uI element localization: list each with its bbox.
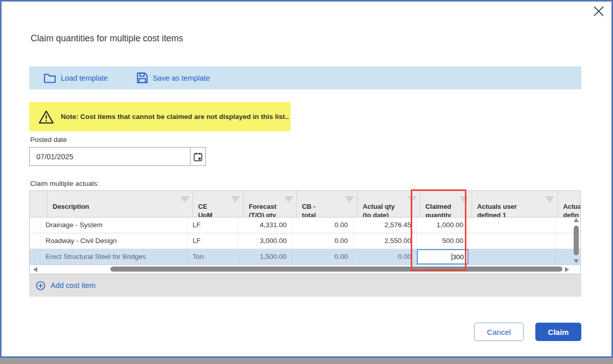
table-row[interactable]: Roadway - Civil Design LF 3,000.00 0.00 … [30,233,580,249]
cell-uom[interactable]: LF [187,217,239,233]
grid-header-row: Description CE UoM Forecast (T/O) qty CB… [30,191,580,217]
posted-date-label: Posted date [30,136,67,143]
text-caret [452,253,453,261]
save-as-template-button[interactable]: Save as template [136,72,210,84]
column-header-claimed-quantity[interactable]: Claimed quantity [420,191,472,217]
column-header-cb-total-quantity[interactable]: CB - total quantity [297,191,358,217]
cell-forecast-qty[interactable]: 4,331.00 [239,217,292,233]
column-label: CE UoM [198,203,213,217]
grid-header-gutter [30,191,48,217]
warning-icon [38,110,54,124]
row-gutter [30,217,40,233]
row-gutter [30,233,40,249]
filter-icon[interactable] [231,197,240,203]
cell-cb-total[interactable]: 0.00 [292,217,353,233]
cell-description[interactable]: Roadway - Civil Design [40,233,187,249]
cell-actual-qty[interactable]: 0.00 [353,249,417,264]
vertical-scrollbar[interactable] [573,218,579,266]
cell-actuals-user-defined-1[interactable] [469,233,556,249]
cell-actual-qty[interactable]: 2,550.00 [353,233,417,249]
note-banner: Note: Cost items that cannot be claimed … [29,102,291,131]
column-header-actual-qty[interactable]: Actual qty (to date) [358,191,420,217]
column-header-actuals-user-defined-2[interactable]: Actua defin [558,191,580,217]
scroll-right-arrow-icon[interactable] [565,267,569,272]
add-cost-item-button[interactable]: Add cost item [36,281,96,290]
save-as-template-label: Save as template [153,74,210,82]
dialog-shadow [0,358,613,364]
cell-actuals-user-defined-1[interactable] [469,217,556,233]
cell-uom[interactable]: Ton [187,249,239,264]
grid-caption: Claim multiple actuals: [30,180,99,187]
posted-date-field [29,147,206,166]
posted-date-input[interactable] [29,147,190,166]
save-icon [136,72,148,84]
claim-quantities-dialog: Claim quantities for multiple cost items… [0,0,613,358]
plus-circle-icon [36,281,45,290]
filter-icon[interactable] [180,197,190,203]
cell-forecast-qty[interactable]: 1,500.00 [239,249,292,264]
cell-description[interactable]: Drainage - System [40,217,187,233]
calendar-icon [194,152,202,161]
cell-actual-qty[interactable]: 2,576.45 [353,217,417,233]
scroll-down-arrow-icon[interactable] [574,259,579,263]
filter-icon[interactable] [345,197,354,203]
column-label: Description [53,203,89,210]
claim-button[interactable]: Claim [535,323,581,341]
column-label: Forecast (T/O) qty [249,203,276,217]
cell-forecast-qty[interactable]: 3,000.00 [239,233,292,249]
column-header-ce-uom[interactable]: CE UoM [193,191,244,217]
add-cost-item-label: Add cost item [51,281,96,289]
column-label: CB - total quantity [302,203,328,217]
row-gutter [30,249,40,264]
column-header-forecast-qty[interactable]: Forecast (T/O) qty [244,191,297,217]
filter-icon[interactable] [284,197,293,203]
column-header-actuals-user-defined-1[interactable]: Actuals user defined 1 [472,191,558,217]
column-label: Actual qty (to date) [363,203,395,217]
filter-icon[interactable] [459,197,468,203]
cell-cb-total[interactable]: 0.00 [292,249,353,264]
folder-icon [43,72,56,83]
cell-claimed-quantity[interactable]: 1,000.00 [417,217,469,233]
table-row[interactable]: Drainage - System LF 4,331.00 0.00 2,576… [30,217,580,233]
column-label: Claimed quantity [426,203,452,217]
scroll-left-arrow-icon[interactable] [33,267,37,272]
note-text: Note: Cost items that cannot be claimed … [61,113,289,120]
template-toolbar: Load template Save as template [29,66,581,89]
load-template-label: Load template [61,74,108,82]
horizontal-scrollbar[interactable] [30,265,571,274]
cell-claimed-quantity[interactable]: 500.00 [417,233,469,249]
vertical-scrollbar-thumb[interactable] [574,226,579,255]
cancel-button[interactable]: Cancel [474,323,524,341]
filter-icon[interactable] [545,197,554,203]
claimed-quantity-input[interactable] [417,249,468,264]
horizontal-scrollbar-thumb[interactable] [110,266,562,272]
cell-claimed-quantity-editing [417,249,469,264]
column-label: Actuals user defined 1 [477,203,517,217]
claim-actuals-grid: Description CE UoM Forecast (T/O) qty CB… [29,190,581,274]
close-button[interactable] [592,5,605,18]
column-header-description[interactable]: Description [48,191,193,217]
cell-uom[interactable]: LF [187,233,239,249]
column-label: Actua defin [563,203,580,217]
table-row-selected[interactable]: Erect Structural Steel for Bridges Ton 1… [30,249,580,265]
calendar-button[interactable] [190,147,206,166]
add-cost-item-bar: Add cost item [29,274,581,297]
scroll-up-arrow-icon[interactable] [574,218,579,222]
dialog-title: Claim quantities for multiple cost items [31,33,183,44]
load-template-button[interactable]: Load template [43,72,108,83]
cell-cb-total[interactable]: 0.00 [292,233,353,249]
filter-icon[interactable] [408,197,417,203]
close-icon [593,6,604,17]
cell-actuals-user-defined-1[interactable] [469,249,556,264]
cell-description[interactable]: Erect Structural Steel for Bridges [40,249,187,264]
